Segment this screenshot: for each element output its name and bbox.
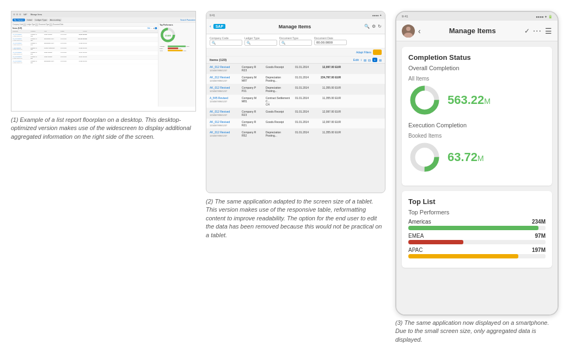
- svg-point-3: [406, 27, 411, 31]
- table-row: A_845 Revised1234567890/1237 Company MM8…: [206, 95, 385, 108]
- amount-cell: 234,797.00 EUR: [316, 76, 341, 79]
- bar-track-emea: [408, 240, 546, 244]
- company-cell: Company MM81: [242, 96, 264, 103]
- execution-completion-label: Execution Completion: [408, 122, 546, 128]
- phone-section: 9:41 ●●●● ✦ 🔋 ‹ Manage Items ✓ ··· ☰ Com…: [395, 11, 559, 344]
- phone-nav-bar: ‹ Manage Items ✓ ··· ☰: [396, 21, 558, 41]
- menu-icon[interactable]: ☰: [545, 27, 552, 35]
- tablet-table-actions: Edit ↕ ⊞ ⊟ ≡ ⊞: [353, 58, 382, 62]
- document-type-input[interactable]: 🔍: [279, 40, 312, 46]
- date-cell: 01.01.2014: [295, 65, 314, 69]
- amount-cell: 11,355.00 EUR: [316, 96, 341, 100]
- execution-donut-row: 63.72M: [408, 141, 546, 174]
- execution-sublabel: Booked Items: [408, 133, 546, 139]
- phone-signal: ●●●● ✦ 🔋: [536, 15, 552, 18]
- edit-action[interactable]: Edit: [353, 58, 359, 61]
- doc-cell: AK_012 Revised1234567890/1237: [210, 76, 240, 82]
- company-cell: Company PP21: [242, 86, 264, 92]
- execution-value: 63.72: [448, 150, 477, 164]
- items-count-label: Items (123): [210, 58, 353, 61]
- tablet-nav-title: Manage Items: [228, 24, 362, 29]
- execution-value-display: 63.72M: [448, 150, 484, 164]
- bar-item-americas: Americas 234M: [408, 219, 546, 230]
- tablet-section: 9:41 ●●●● ✦ ‹ SAP Manage Items 🔍 ⚙ ↻ Com…: [206, 11, 385, 239]
- doc-cell: AK_012 Revised1234567890/1237: [210, 131, 240, 137]
- phone-time: 9:41: [402, 15, 408, 18]
- date-cell: 01.01.2014: [295, 110, 314, 113]
- tablet-table-header: Items (123) Edit ↕ ⊞ ⊟ ≡ ⊞: [206, 57, 385, 64]
- execution-unit: M: [477, 154, 484, 163]
- region-value-emea: 97M: [535, 233, 546, 239]
- overall-sublabel: All Items: [408, 76, 546, 82]
- list-toggle[interactable]: ≡: [372, 58, 377, 62]
- phone-status-bar: 9:41 ●●●● ✦ 🔋: [396, 12, 558, 21]
- desktop-caption: (1) Example of a list report floorplan o…: [11, 116, 196, 141]
- overall-value-display: 563.22M: [448, 93, 491, 107]
- tablet-back-icon[interactable]: ‹: [210, 24, 211, 29]
- desktop-section: SAP Manage Items My Variant Initial Ledg…: [11, 11, 196, 141]
- amount-cell: 12,097.00 EUR: [316, 110, 341, 113]
- top-performers-label: Top Performers: [408, 209, 546, 215]
- phone-caption: (3) The same application now displayed o…: [395, 319, 559, 344]
- table-row: AK_012 Revised1234567890/1237 Company RR…: [206, 64, 385, 74]
- company-code-input[interactable]: 🔍: [210, 40, 242, 46]
- company-cell: Company RR21: [242, 120, 264, 127]
- more-icon[interactable]: ···: [533, 26, 542, 36]
- tablet-time: 9:41: [210, 14, 215, 17]
- document-type-filter: Document Type 🔍: [279, 36, 312, 46]
- phone-screenshot: 9:41 ●●●● ✦ 🔋 ‹ Manage Items ✓ ··· ☰ Com…: [395, 11, 559, 316]
- overall-completion-label: Overall Completion: [408, 65, 546, 71]
- settings-icon[interactable]: ⚙: [372, 24, 376, 29]
- phone-back-icon[interactable]: ‹: [418, 27, 421, 35]
- table-row: AK_012 Revised1234567890/1237 Company RR…: [206, 119, 385, 129]
- region-label-apac: APAC: [408, 247, 423, 253]
- tablet-signal: ●●●● ✦: [372, 14, 382, 17]
- filter-icon[interactable]: ⊞: [364, 58, 366, 62]
- overall-value: 563.22: [448, 93, 484, 107]
- bar-fill-apac: [408, 254, 518, 258]
- type-cell: Depreciation Posting...: [266, 76, 293, 82]
- company-code-filter: Company Code 🔍: [210, 36, 242, 46]
- tablet-caption: (2) The same application adapted to the …: [206, 198, 385, 239]
- tablet-status-bar: 9:41 ●●●● ✦: [206, 11, 385, 19]
- adapt-filters-btn[interactable]: Adapt Filters: [356, 51, 371, 54]
- table-row: AK_012 Revised1234567890/1237 Company RR…: [206, 108, 385, 119]
- type-cell: Depreciation Posting...: [266, 86, 293, 92]
- refresh-icon[interactable]: ↻: [378, 24, 382, 29]
- amount-cell: 11,355.00 EUR: [316, 86, 341, 89]
- bar-item-emea: EMEA 97M: [408, 233, 546, 244]
- columns-icon[interactable]: ⊞: [379, 58, 382, 62]
- date-cell: 01.01.2014: [295, 86, 314, 89]
- ledger-type-input[interactable]: 🔍: [244, 40, 277, 46]
- document-date-filter: Document Date 00.00.0000: [314, 36, 347, 46]
- overall-donut-chart: [408, 84, 441, 116]
- filter-indicator: [373, 50, 382, 55]
- phone-content: Completion Status Overall Completion All…: [396, 41, 558, 314]
- document-date-input[interactable]: 00.00.0000: [314, 40, 347, 45]
- execution-donut-chart: [408, 141, 441, 174]
- table-row: AK_012 Revised1234567890/1237 Company MM…: [206, 74, 385, 84]
- sort-icon[interactable]: ↕: [360, 58, 362, 61]
- doc-cell: AK_012 Revised1234567890/1237: [210, 65, 240, 72]
- overall-donut-row: 563.22M: [408, 84, 546, 116]
- top-list-card: Top List Top Performers Americas 234M EM…: [402, 191, 552, 268]
- overall-unit: M: [484, 97, 491, 106]
- amount-cell: 12,097.00 EUR: [316, 120, 341, 124]
- tablet-filter-row: Company Code 🔍 Ledger Type 🔍 Document Ty…: [206, 34, 385, 48]
- ledger-type-filter: Ledger Type 🔍: [244, 36, 277, 46]
- type-cell: Goods Receipt: [266, 110, 293, 113]
- search-icon[interactable]: 🔍: [364, 24, 370, 29]
- checkmark-icon[interactable]: ✓: [524, 27, 530, 35]
- tablet-screenshot: 9:41 ●●●● ✦ ‹ SAP Manage Items 🔍 ⚙ ↻ Com…: [206, 11, 385, 193]
- doc-cell: AK_012 Revised1234567890/1237: [210, 110, 240, 116]
- bar-fill-emea: [408, 240, 463, 244]
- tablet-table-body: AK_012 Revised1234567890/1237 Company RR…: [206, 64, 385, 139]
- sap-logo: SAP: [213, 24, 225, 29]
- amount-cell: 12,097.00 EUR: [316, 65, 341, 69]
- doc-cell: A_845 Revised1234567890/1237: [210, 96, 240, 103]
- group-icon[interactable]: ⊟: [368, 58, 371, 62]
- type-cell: Goods Receipt: [266, 120, 293, 124]
- type-cell: Goods Receipt: [266, 65, 293, 69]
- desktop-screenshot: SAP Manage Items My Variant Initial Ledg…: [11, 11, 196, 112]
- table-row: AK_012 Revised1234567890/1237 Company RR…: [206, 129, 385, 139]
